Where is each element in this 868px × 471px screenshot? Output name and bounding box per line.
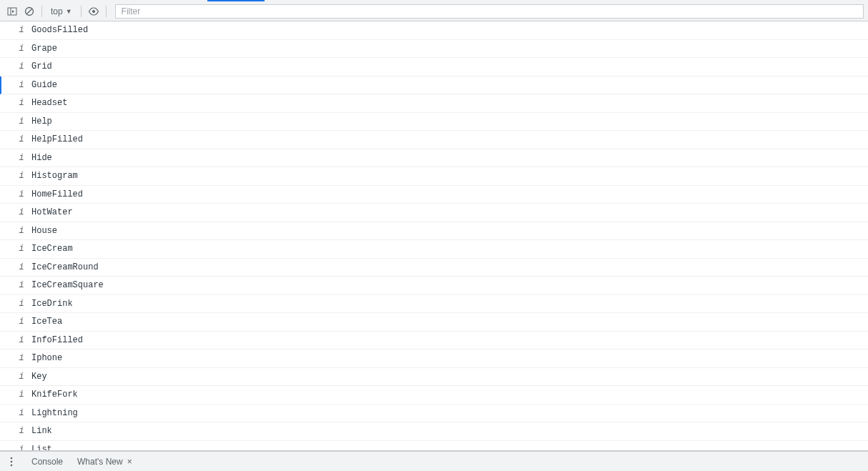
- log-level-icon: i: [17, 372, 26, 382]
- log-level-icon: i: [17, 353, 26, 363]
- log-level-icon: i: [17, 408, 26, 418]
- sidebar-toggle-icon: [7, 6, 17, 16]
- log-message: Help: [31, 116, 52, 127]
- log-row[interactable]: iHeadset: [0, 94, 868, 113]
- log-row[interactable]: iHelpFilled: [0, 131, 868, 149]
- toggle-console-sidebar-button[interactable]: [4, 4, 20, 19]
- log-level-icon: i: [17, 226, 26, 236]
- log-level-icon: i: [17, 280, 26, 290]
- log-message: Grid: [31, 61, 52, 71]
- svg-point-7: [11, 460, 13, 462]
- log-message: GoodsFilled: [31, 25, 88, 35]
- log-row[interactable]: iGuide: [0, 76, 868, 95]
- log-message: HomeFilled: [31, 189, 83, 199]
- log-row[interactable]: iGrape: [0, 40, 868, 59]
- log-row[interactable]: iKnifeFork: [0, 386, 868, 405]
- log-message: Guide: [31, 80, 57, 90]
- log-message: IceCreamSquare: [31, 280, 104, 290]
- kebab-menu-icon: [10, 457, 13, 467]
- log-message: KnifeFork: [31, 390, 78, 400]
- log-row[interactable]: iLink: [0, 422, 868, 441]
- svg-point-6: [11, 457, 13, 459]
- log-message: InfoFilled: [31, 335, 83, 345]
- filter-input[interactable]: [115, 4, 864, 19]
- clear-icon: [24, 6, 34, 16]
- clear-console-button[interactable]: [21, 4, 37, 19]
- log-message: HotWater: [31, 207, 73, 217]
- toolbar-separator: [41, 6, 42, 17]
- log-message: Lightning: [31, 408, 78, 418]
- chevron-down-icon: ▼: [66, 8, 72, 15]
- log-level-icon: i: [17, 317, 26, 327]
- drawer-menu-button[interactable]: [4, 455, 19, 469]
- log-message: IceDrink: [31, 299, 73, 309]
- log-level-icon: i: [17, 98, 26, 108]
- log-row[interactable]: iIceCreamRound: [0, 259, 868, 277]
- close-icon[interactable]: ×: [127, 457, 132, 467]
- log-level-icon: i: [17, 426, 26, 436]
- log-message: Histogram: [31, 171, 78, 181]
- log-row[interactable]: iIphone: [0, 349, 868, 368]
- log-level-icon: i: [17, 80, 26, 90]
- drawer-tab[interactable]: What's New×: [70, 452, 139, 471]
- drawer-tabs: ConsoleWhat's New×: [0, 451, 868, 471]
- console-toolbar: top ▼: [0, 1, 868, 21]
- eye-icon: [88, 7, 99, 16]
- drawer-tab[interactable]: Console: [24, 452, 70, 471]
- context-label: top: [51, 6, 63, 16]
- log-message: IceTea: [31, 317, 62, 327]
- log-row[interactable]: iHomeFilled: [0, 186, 868, 204]
- toolbar-separator: [81, 6, 82, 17]
- tab-indicator: [0, 0, 868, 1]
- log-row[interactable]: iHotWater: [0, 204, 868, 222]
- log-message: Link: [31, 426, 52, 436]
- log-level-icon: i: [17, 244, 26, 254]
- log-row[interactable]: iIceCream: [0, 240, 868, 259]
- log-level-icon: i: [17, 171, 26, 181]
- log-level-icon: i: [17, 445, 26, 451]
- log-level-icon: i: [17, 207, 26, 217]
- log-row[interactable]: iHistogram: [0, 167, 868, 186]
- log-level-icon: i: [17, 44, 26, 54]
- log-row[interactable]: iList: [0, 441, 868, 452]
- svg-line-4: [26, 9, 32, 14]
- log-row[interactable]: iKey: [0, 368, 868, 387]
- log-level-icon: i: [17, 116, 26, 127]
- log-row[interactable]: iIceTea: [0, 313, 868, 332]
- log-message: Key: [31, 372, 47, 382]
- log-message: IceCreamRound: [31, 262, 99, 272]
- log-message: Iphone: [31, 353, 62, 363]
- log-message: IceCream: [31, 244, 73, 254]
- log-level-icon: i: [17, 61, 26, 71]
- log-row[interactable]: iIceDrink: [0, 295, 868, 314]
- console-log-area[interactable]: iGoodsFillediGrapeiGridiGuideiHeadsetiHe…: [0, 21, 868, 451]
- live-expression-button[interactable]: [86, 4, 102, 19]
- log-level-icon: i: [17, 390, 26, 400]
- log-row[interactable]: iGoodsFilled: [0, 21, 868, 40]
- log-row[interactable]: iInfoFilled: [0, 332, 868, 350]
- log-message: Headset: [31, 98, 67, 108]
- log-message: Grape: [31, 44, 57, 54]
- log-level-icon: i: [17, 299, 26, 309]
- log-level-icon: i: [17, 153, 26, 163]
- context-selector[interactable]: top ▼: [46, 5, 77, 18]
- log-row[interactable]: iLightning: [0, 405, 868, 423]
- log-message: House: [31, 226, 57, 236]
- log-row[interactable]: iHelp: [0, 113, 868, 132]
- log-message: HelpFilled: [31, 134, 83, 144]
- log-level-icon: i: [17, 134, 26, 144]
- log-message: Hide: [31, 153, 52, 163]
- log-message: List: [31, 445, 52, 451]
- log-level-icon: i: [17, 189, 26, 199]
- log-level-icon: i: [17, 25, 26, 35]
- log-row[interactable]: iGrid: [0, 58, 868, 76]
- toolbar-separator: [106, 6, 107, 17]
- log-level-icon: i: [17, 335, 26, 345]
- log-level-icon: i: [17, 262, 26, 272]
- log-row[interactable]: iIceCreamSquare: [0, 277, 868, 295]
- svg-point-8: [11, 464, 13, 466]
- svg-point-5: [92, 10, 95, 13]
- log-row[interactable]: iHouse: [0, 222, 868, 241]
- log-row[interactable]: iHide: [0, 149, 868, 168]
- svg-marker-2: [12, 10, 14, 13]
